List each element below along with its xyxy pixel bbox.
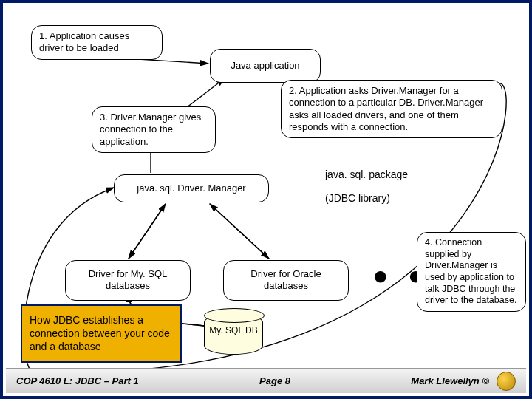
java-application-box: Java application — [210, 49, 321, 83]
step-1-box: 1. Application causes driver to be loade… — [31, 25, 163, 60]
diagram-title: How JDBC establishes a connection betwee… — [21, 304, 182, 363]
jdbc-library-label: (JDBC library) — [325, 192, 390, 204]
driver-mysql-box: Driver for My. SQL databases — [65, 260, 191, 301]
ucf-logo-icon — [497, 372, 516, 391]
footer-author: Mark Llewellyn © — [411, 375, 489, 386]
slide: 1. Application causes driver to be loade… — [0, 0, 532, 399]
driver-oracle-box: Driver for Oracle databases — [223, 260, 349, 301]
step-3-box: 3. Driver.Manager gives connection to th… — [92, 106, 216, 153]
database-icon: My. SQL DB — [204, 313, 263, 355]
footer-bar: COP 4610 L: JDBC – Part 1 Page 8 Mark Ll… — [6, 368, 526, 393]
step-2-box: 2. Application asks Driver.Manager for a… — [281, 80, 502, 138]
database-label: My. SQL DB — [205, 326, 262, 335]
footer-left: COP 4610 L: JDBC – Part 1 — [16, 375, 139, 386]
java-sql-package-label: java. sql. package — [325, 168, 408, 180]
footer-page: Page 8 — [259, 375, 290, 386]
step-4-box: 4. Connection supplied by Driver.Manager… — [417, 232, 526, 312]
driver-manager-box: java. sql. Driver. Manager — [114, 174, 269, 202]
